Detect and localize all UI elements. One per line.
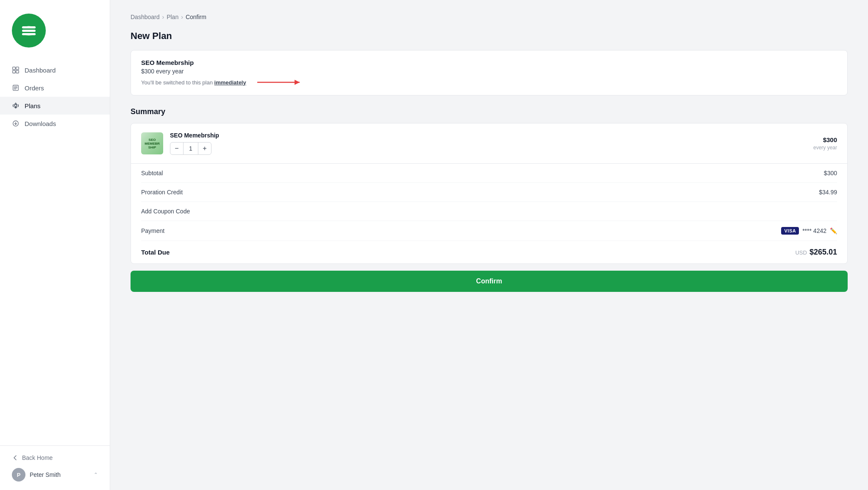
breadcrumb-dashboard[interactable]: Dashboard — [131, 14, 160, 20]
payment-label: Payment — [141, 227, 164, 234]
visa-badge: VISA — [781, 227, 799, 235]
sidebar-item-label: Orders — [25, 84, 44, 92]
sidebar-item-label: Dashboard — [25, 67, 56, 74]
sidebar: Dashboard Orders Plans — [0, 0, 110, 490]
confirm-button[interactable]: Confirm — [131, 271, 848, 292]
product-details: SEO Memebrship − 1 + — [170, 132, 813, 155]
subtotal-label: Subtotal — [141, 170, 163, 176]
coupon-link[interactable]: Add Coupon Code — [141, 208, 190, 215]
sidebar-item-dashboard[interactable]: Dashboard — [0, 61, 110, 79]
sidebar-item-orders[interactable]: Orders — [0, 79, 110, 97]
product-name: SEO Memebrship — [170, 132, 813, 139]
proration-row: Proration Credit $34.99 — [141, 183, 837, 202]
logo — [12, 14, 46, 48]
back-home-label: Back Home — [22, 454, 53, 461]
total-row: Total Due USD $265.01 — [131, 241, 847, 263]
chevron-up-icon[interactable]: ⌃ — [94, 472, 98, 478]
sidebar-item-plans[interactable]: Plans — [0, 97, 110, 115]
price-amount: $300 — [813, 136, 837, 143]
red-arrow — [253, 78, 304, 87]
total-value: USD $265.01 — [795, 248, 837, 257]
svg-rect-6 — [16, 70, 19, 73]
back-home-link[interactable]: Back Home — [12, 454, 98, 461]
breadcrumb-plan[interactable]: Plan — [167, 14, 178, 20]
plans-icon — [12, 102, 19, 109]
avatar: P — [12, 468, 25, 482]
coupon-row: Add Coupon Code — [141, 202, 837, 221]
user-row: P Peter Smith ⌃ — [12, 468, 98, 482]
subtotal-row: Subtotal $300 — [141, 164, 837, 183]
summary-title: Summary — [131, 107, 848, 116]
summary-product-row: SEOMEMEBRSHIP SEO Memebrship − 1 + $300 … — [131, 123, 847, 164]
breadcrumb: Dashboard › Plan › Confirm — [131, 14, 848, 20]
main-content: Dashboard › Plan › Confirm New Plan SEO … — [110, 0, 868, 490]
card-number: **** 4242 — [802, 227, 826, 234]
summary-card: SEOMEMEBRSHIP SEO Memebrship − 1 + $300 … — [131, 123, 848, 264]
proration-value: $34.99 — [819, 189, 837, 196]
subtotal-value: $300 — [824, 170, 837, 176]
quantity-decrease-button[interactable]: − — [170, 143, 183, 154]
product-price: $300 every year — [813, 136, 837, 151]
sidebar-item-label: Plans — [25, 102, 41, 109]
breadcrumb-sep-1: › — [162, 14, 164, 20]
edit-payment-icon[interactable]: ✏️ — [830, 227, 837, 234]
payment-right: VISA **** 4242 ✏️ — [781, 227, 837, 235]
back-arrow-icon — [12, 454, 19, 461]
svg-point-8 — [14, 104, 17, 106]
quantity-increase-button[interactable]: + — [198, 143, 211, 154]
svg-rect-1 — [22, 30, 36, 32]
svg-rect-4 — [16, 67, 19, 70]
plan-switch-text: You'll be switched to this plan immediat… — [141, 79, 246, 86]
total-amount: $265.01 — [810, 248, 837, 257]
plan-card: SEO Memebrship $300 every year You'll be… — [131, 50, 848, 95]
proration-label: Proration Credit — [141, 189, 183, 196]
plan-name: SEO Memebrship — [141, 59, 837, 66]
breadcrumb-sep-2: › — [181, 14, 183, 20]
quantity-value: 1 — [183, 143, 198, 154]
svg-rect-5 — [13, 70, 15, 73]
user-info: P Peter Smith — [12, 468, 61, 482]
quantity-control: − 1 + — [170, 142, 211, 155]
dashboard-icon — [12, 66, 19, 74]
immediately-text: immediately — [214, 79, 246, 86]
svg-marker-11 — [295, 80, 300, 85]
breadcrumb-confirm: Confirm — [186, 14, 206, 20]
plan-switch-row: You'll be switched to this plan immediat… — [141, 78, 837, 87]
sidebar-item-label: Downloads — [25, 120, 56, 127]
page-title: New Plan — [131, 31, 848, 42]
logo-area — [0, 0, 110, 58]
sidebar-footer: Back Home P Peter Smith ⌃ — [0, 445, 110, 490]
downloads-icon — [12, 120, 19, 127]
summary-rows: Subtotal $300 Proration Credit $34.99 Ad… — [131, 164, 847, 241]
user-name: Peter Smith — [30, 471, 61, 478]
nav: Dashboard Orders Plans — [0, 58, 110, 445]
plan-price: $300 every year — [141, 68, 837, 75]
product-thumbnail: SEOMEMEBRSHIP — [141, 132, 163, 154]
price-period: every year — [813, 145, 837, 151]
sidebar-item-downloads[interactable]: Downloads — [0, 115, 110, 132]
total-currency: USD — [795, 249, 807, 256]
total-label: Total Due — [141, 249, 170, 256]
svg-rect-3 — [13, 67, 15, 70]
payment-row: Payment VISA **** 4242 ✏️ — [141, 221, 837, 241]
orders-icon — [12, 84, 19, 92]
